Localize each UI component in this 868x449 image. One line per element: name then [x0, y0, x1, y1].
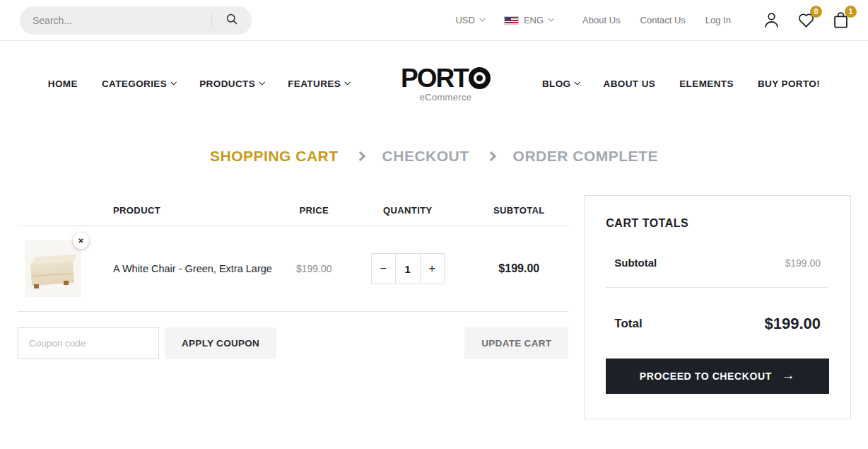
- cart-table: PRODUCT PRICE QUANTITY SUBTOTAL ✕ A Whit…: [18, 195, 568, 359]
- main-content: PRODUCT PRICE QUANTITY SUBTOTAL ✕ A Whit…: [0, 195, 868, 419]
- us-flag-icon: [504, 16, 519, 25]
- product-image[interactable]: ✕: [25, 240, 81, 297]
- nav-item-about-us[interactable]: ABOUT US: [603, 78, 655, 89]
- chevron-down-icon: [575, 79, 580, 85]
- nav-right: BLOG ABOUT US ELEMENTS BUY PORTO!: [530, 78, 832, 89]
- subtotal-row: Subtotal $199.00: [606, 257, 829, 269]
- quantity-input[interactable]: [395, 254, 421, 284]
- total-label: Total: [614, 317, 642, 331]
- coupon-code-input[interactable]: [18, 327, 159, 359]
- search-input[interactable]: [20, 15, 211, 26]
- checkout-button-label: PROCEED TO CHECKOUT: [640, 371, 772, 382]
- total-value: $199.00: [764, 315, 821, 333]
- logo-text: PORT: [401, 65, 468, 91]
- chevron-right-icon: [486, 151, 496, 161]
- login-link[interactable]: Log In: [705, 15, 731, 25]
- header-subtotal: SUBTOTAL: [493, 205, 545, 216]
- search-bar[interactable]: [20, 6, 252, 35]
- chevron-down-icon: [259, 79, 265, 85]
- product-price: $199.00: [296, 263, 332, 274]
- quantity-stepper: − +: [371, 253, 445, 284]
- about-us-link[interactable]: About Us: [582, 15, 620, 25]
- close-icon: ✕: [78, 238, 83, 245]
- subtotal-label: Subtotal: [614, 257, 657, 269]
- coupon-row: APPLY COUPON UPDATE CART: [18, 327, 568, 359]
- nav-item-products[interactable]: PRODUCTS: [199, 78, 264, 89]
- porto-logo[interactable]: PORT eCommerce: [401, 65, 491, 103]
- divider: [606, 287, 829, 288]
- nav-item-categories[interactable]: CATEGORIES: [102, 78, 175, 89]
- nav-item-features[interactable]: FEATURES: [288, 78, 349, 89]
- currency-label: USD: [455, 15, 474, 25]
- logo-o-icon: [469, 67, 491, 89]
- wishlist-count-badge: 0: [810, 6, 822, 18]
- nav-item-home[interactable]: HOME: [48, 78, 78, 89]
- nav-item-blog[interactable]: BLOG: [542, 78, 580, 89]
- search-button[interactable]: [212, 6, 252, 35]
- step-checkout[interactable]: CHECKOUT: [382, 148, 469, 165]
- update-cart-button[interactable]: UPDATE CART: [464, 327, 568, 359]
- user-icon: [762, 11, 781, 30]
- chevron-down-icon: [479, 16, 485, 21]
- header-product: PRODUCT: [113, 205, 282, 216]
- chevron-down-icon: [171, 79, 177, 85]
- language-selector[interactable]: ENG: [504, 15, 553, 25]
- chevron-right-icon: [356, 151, 365, 161]
- language-label: ENG: [524, 15, 544, 25]
- product-name-link[interactable]: A White Chair - Green, Extra Large: [113, 263, 282, 274]
- cart-table-header: PRODUCT PRICE QUANTITY SUBTOTAL: [18, 195, 568, 226]
- nav-item-elements[interactable]: ELEMENTS: [679, 78, 734, 89]
- logo-subtitle: eCommerce: [401, 92, 491, 103]
- checkout-steps: SHOPPING CART CHECKOUT ORDER COMPLETE: [0, 146, 868, 167]
- total-row: Total $199.00: [606, 315, 829, 333]
- main-header: HOME CATEGORIES PRODUCTS FEATURES PORT e…: [0, 41, 868, 126]
- topbar-right: USD ENG About Us Contact Us Log In: [435, 11, 850, 30]
- apply-coupon-button[interactable]: APPLY COUPON: [165, 327, 276, 359]
- search-icon: [225, 12, 239, 28]
- account-button[interactable]: [762, 11, 781, 30]
- step-shopping-cart[interactable]: SHOPPING CART: [210, 148, 339, 165]
- quantity-increase-button[interactable]: +: [421, 254, 444, 284]
- arrow-right-icon: →: [782, 368, 796, 383]
- contact-us-link[interactable]: Contact Us: [640, 15, 686, 25]
- product-subtotal: $199.00: [498, 262, 539, 275]
- header-quantity: QUANTITY: [383, 205, 433, 216]
- cart-totals-title: CART TOTALS: [606, 217, 829, 230]
- cart-totals-panel: CART TOTALS Subtotal $199.00 Total $199.…: [584, 195, 851, 419]
- nav-item-buy-porto[interactable]: BUY PORTO!: [758, 78, 820, 89]
- proceed-to-checkout-button[interactable]: PROCEED TO CHECKOUT →: [606, 358, 829, 394]
- cart-item-row: ✕ A White Chair - Green, Extra Large $19…: [18, 226, 568, 312]
- currency-selector[interactable]: USD: [455, 15, 483, 25]
- cart-button[interactable]: 1: [831, 11, 850, 30]
- remove-item-button[interactable]: ✕: [73, 233, 89, 249]
- nav-left: HOME CATEGORIES PRODUCTS FEATURES: [36, 78, 361, 89]
- step-order-complete[interactable]: ORDER COMPLETE: [513, 148, 658, 165]
- quantity-decrease-button[interactable]: −: [372, 254, 395, 284]
- chevron-down-icon: [345, 79, 351, 85]
- wishlist-button[interactable]: 0: [797, 11, 816, 30]
- header-price: PRICE: [299, 205, 329, 216]
- cart-count-badge: 1: [845, 6, 857, 18]
- chevron-down-icon: [549, 16, 554, 21]
- subtotal-value: $199.00: [785, 257, 821, 269]
- topbar: USD ENG About Us Contact Us Log In: [0, 0, 868, 41]
